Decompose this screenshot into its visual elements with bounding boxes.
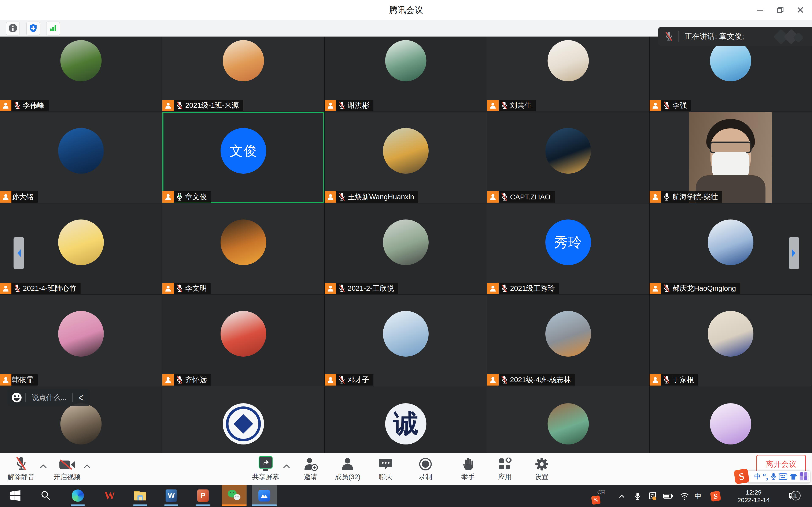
apps-button[interactable]: 应用 — [498, 455, 512, 482]
record-circle-icon — [419, 455, 432, 471]
chat-collapse-chevron[interactable]: < — [77, 391, 86, 404]
sky-clouds-photo — [383, 311, 428, 356]
wifi-icon[interactable] — [680, 485, 689, 507]
participant-tile-航海学院-柴壮[interactable]: 航海学院-柴壮 — [650, 112, 812, 204]
close-icon[interactable] — [791, 0, 810, 20]
participant-tile-李文明[interactable]: 李文明 — [162, 204, 325, 295]
host-orange-badge — [325, 100, 336, 111]
participant-tile-CAPT.ZHAO[interactable]: CAPT.ZHAO — [487, 112, 650, 204]
bear-green-hoodie-photo — [548, 403, 589, 445]
taskbar-app-powerpoint[interactable]: P — [191, 485, 215, 506]
next-page-arrow[interactable] — [789, 237, 799, 269]
battery-icon[interactable] — [663, 485, 673, 507]
share-screen-icon — [259, 455, 272, 471]
edge-browser-icon — [72, 490, 84, 502]
mic-status-icon — [501, 193, 507, 201]
live-video-frame — [689, 112, 772, 203]
taskbar-app-meeting[interactable] — [252, 485, 277, 506]
file-explorer-icon — [134, 491, 146, 500]
wechat-icon — [228, 490, 241, 501]
wps-office-icon: W — [104, 489, 115, 502]
participant-name: 刘震生 — [510, 101, 531, 110]
chat-button[interactable]: 聊天 — [379, 455, 393, 482]
ime-keyboard-icon[interactable] — [779, 473, 787, 480]
hidden-icons-chevron[interactable] — [618, 485, 625, 507]
ime-toolbox-icon[interactable] — [800, 472, 809, 481]
clock[interactable]: 12:292022-12-14 — [738, 485, 770, 507]
network-quality-button[interactable] — [46, 21, 60, 36]
host-orange-badge — [487, 100, 499, 111]
tray-cast-icon[interactable] — [648, 485, 657, 507]
share-screen-options-caret[interactable] — [283, 464, 290, 469]
mic-status-icon — [339, 193, 345, 201]
invite-person-icon — [304, 455, 318, 471]
chat-bubble-icon — [379, 455, 393, 471]
settings-button[interactable]: 设置 — [535, 455, 549, 482]
mic-status-icon — [176, 193, 183, 201]
shiba-dog-photo — [223, 40, 264, 81]
participant-tile-2021-4-班陆心竹[interactable]: 2021-4-班陆心竹 — [0, 204, 162, 295]
participant-tile-2021-2-王欣悦[interactable]: 2021-2-王欣悦 — [325, 204, 487, 295]
participant-name: 王焕新WangHuanxin — [348, 192, 414, 202]
raise-hand-button[interactable]: 举手 — [461, 455, 475, 482]
participant-tile-齐怀远[interactable]: 齐怀远 — [162, 295, 325, 386]
host-orange-badge — [325, 283, 336, 294]
participant-tile-李伟峰[interactable]: 李伟峰 — [0, 36, 162, 112]
participant-tile-章文俊[interactable]: 文俊 章文俊 — [162, 112, 325, 204]
chat-input-placeholder[interactable]: 说点什么... — [30, 393, 68, 402]
start-video-options-caret[interactable] — [84, 464, 91, 469]
taskbar-app-search[interactable] — [33, 485, 58, 506]
meeting-info-button[interactable] — [6, 21, 20, 36]
security-button[interactable] — [26, 21, 40, 36]
start-video-button[interactable]: 开启视频 — [53, 455, 81, 482]
participant-tile-孙大铭[interactable]: 孙大铭 — [0, 112, 162, 204]
participant-tile-韩依霏[interactable]: 韩依霏 — [0, 295, 162, 386]
participant-tile-2021级王秀玲[interactable]: 秀玲 2021级王秀玲 — [487, 204, 650, 295]
participant-tile-王焕新WangHuanxin[interactable]: 王焕新WangHuanxin — [325, 112, 487, 204]
invite-button[interactable]: 邀请 — [304, 455, 318, 482]
taskbar-app-wps[interactable]: W — [97, 485, 122, 506]
participant-tile-郝庆龙HaoQinglong[interactable]: 郝庆龙HaoQinglong — [650, 204, 812, 295]
host-orange-badge — [162, 100, 174, 111]
host-orange-badge — [325, 374, 336, 386]
participant-tile-2021级-1班-来源[interactable]: 2021级-1班-来源 — [162, 36, 325, 112]
previous-page-arrow[interactable] — [13, 237, 24, 269]
taskbar-app-word[interactable]: W — [159, 485, 184, 506]
ime-voice-icon[interactable] — [770, 472, 777, 481]
ime-chinese-mode[interactable]: 中 — [754, 472, 761, 481]
unmute-button[interactable]: 解除静音 — [8, 455, 35, 482]
sogou-tray-icon[interactable]: S — [711, 485, 720, 507]
host-orange-badge — [487, 191, 499, 203]
minimize-icon[interactable] — [751, 0, 770, 20]
taskbar-app-start[interactable] — [3, 485, 28, 506]
members-person-icon — [341, 455, 354, 471]
members-button[interactable]: 成员(32) — [335, 455, 361, 482]
participant-tile-李强[interactable]: 李强 — [650, 36, 812, 112]
ime-punctuation-icon[interactable]: °, — [763, 472, 768, 481]
sogou-tray-small-icon[interactable]: S — [592, 489, 600, 507]
participant-tile-于家根[interactable]: 于家根 — [650, 295, 812, 386]
quick-chat-bubble: 说点什么... < — [8, 389, 90, 406]
tray-mic-icon[interactable] — [635, 485, 641, 507]
sogou-logo-icon[interactable]: S — [734, 468, 750, 485]
taskbar-app-explorer[interactable] — [128, 485, 153, 506]
participant-tile-谢洪彬[interactable]: 谢洪彬 — [325, 36, 487, 112]
ime-mode-indicator[interactable]: 中 — [695, 485, 701, 507]
unmute-options-caret[interactable] — [40, 464, 47, 469]
info-icon — [8, 23, 17, 34]
mic-muted-icon — [16, 455, 27, 471]
participant-tile-邓才子[interactable]: 邓才子 — [325, 295, 487, 386]
restore-icon[interactable] — [771, 0, 790, 20]
share-screen-button[interactable]: 共享屏幕 — [252, 455, 279, 482]
smiley-icon[interactable] — [12, 393, 21, 402]
participant-tile-2021级-4班-杨志林[interactable]: 2021级-4班-杨志林 — [487, 295, 650, 386]
taskbar-app-edge[interactable] — [65, 485, 90, 506]
mic-status-icon — [176, 376, 183, 384]
mic-status-icon — [339, 376, 345, 384]
record-button[interactable]: 录制 — [419, 455, 432, 482]
taskbar-app-wechat[interactable] — [221, 485, 247, 506]
notification-center[interactable]: 1 — [788, 485, 797, 507]
ime-skin-icon[interactable] — [790, 473, 798, 480]
participant-tile-刘震生[interactable]: 刘震生 — [487, 36, 650, 112]
apps-grid-icon — [498, 455, 511, 471]
